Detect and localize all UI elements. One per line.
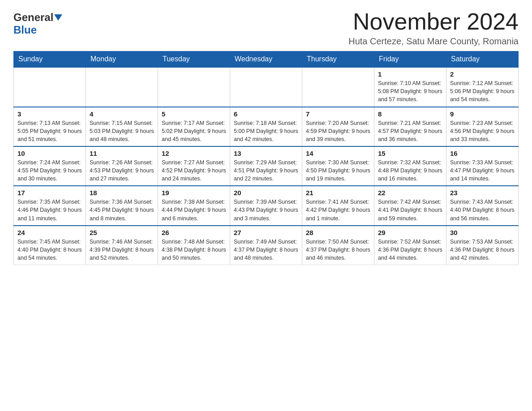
day-number: 2 — [450, 70, 515, 78]
calendar-header-monday: Monday — [86, 51, 158, 68]
day-info: Sunrise: 7:48 AM Sunset: 4:38 PM Dayligh… — [162, 238, 226, 262]
calendar-cell: 30Sunrise: 7:53 AM Sunset: 4:36 PM Dayli… — [446, 226, 519, 265]
calendar-week-row: 17Sunrise: 7:35 AM Sunset: 4:46 PM Dayli… — [14, 186, 519, 225]
calendar-header-row: SundayMondayTuesdayWednesdayThursdayFrid… — [14, 51, 519, 68]
calendar-header-tuesday: Tuesday — [158, 51, 230, 68]
day-number: 30 — [450, 229, 515, 236]
day-number: 17 — [17, 189, 82, 197]
calendar-cell: 15Sunrise: 7:32 AM Sunset: 4:48 PM Dayli… — [374, 146, 446, 186]
calendar-cell: 8Sunrise: 7:21 AM Sunset: 4:57 PM Daylig… — [374, 107, 446, 146]
day-info: Sunrise: 7:45 AM Sunset: 4:40 PM Dayligh… — [17, 238, 82, 262]
day-number: 24 — [17, 229, 82, 236]
day-number: 13 — [234, 150, 298, 157]
calendar-week-row: 1Sunrise: 7:10 AM Sunset: 5:08 PM Daylig… — [14, 67, 519, 107]
day-info: Sunrise: 7:23 AM Sunset: 4:56 PM Dayligh… — [450, 119, 515, 143]
day-number: 18 — [90, 189, 154, 197]
calendar-cell: 22Sunrise: 7:42 AM Sunset: 4:41 PM Dayli… — [374, 186, 446, 225]
calendar-cell: 25Sunrise: 7:46 AM Sunset: 4:39 PM Dayli… — [86, 226, 158, 265]
day-number: 9 — [450, 110, 515, 118]
calendar-week-row: 24Sunrise: 7:45 AM Sunset: 4:40 PM Dayli… — [14, 226, 519, 265]
day-number: 1 — [378, 70, 442, 78]
calendar-cell: 21Sunrise: 7:41 AM Sunset: 4:42 PM Dayli… — [302, 186, 374, 225]
calendar-week-row: 10Sunrise: 7:24 AM Sunset: 4:55 PM Dayli… — [14, 146, 519, 186]
calendar-cell: 29Sunrise: 7:52 AM Sunset: 4:36 PM Dayli… — [374, 226, 446, 265]
day-number: 29 — [378, 229, 442, 236]
calendar-cell: 6Sunrise: 7:18 AM Sunset: 5:00 PM Daylig… — [230, 107, 302, 146]
day-number: 23 — [450, 189, 515, 197]
calendar-cell — [302, 67, 374, 107]
calendar-header-friday: Friday — [374, 51, 446, 68]
day-info: Sunrise: 7:46 AM Sunset: 4:39 PM Dayligh… — [90, 238, 154, 262]
day-info: Sunrise: 7:43 AM Sunset: 4:40 PM Dayligh… — [450, 198, 515, 222]
day-number: 12 — [162, 150, 226, 157]
day-number: 25 — [90, 229, 154, 236]
day-info: Sunrise: 7:21 AM Sunset: 4:57 PM Dayligh… — [378, 119, 442, 143]
day-info: Sunrise: 7:35 AM Sunset: 4:46 PM Dayligh… — [17, 198, 82, 222]
calendar-week-row: 3Sunrise: 7:13 AM Sunset: 5:05 PM Daylig… — [14, 107, 519, 146]
day-number: 21 — [306, 189, 370, 197]
calendar-cell: 14Sunrise: 7:30 AM Sunset: 4:50 PM Dayli… — [302, 146, 374, 186]
calendar-cell — [158, 67, 230, 107]
day-info: Sunrise: 7:52 AM Sunset: 4:36 PM Dayligh… — [378, 238, 442, 262]
day-number: 22 — [378, 189, 442, 197]
day-info: Sunrise: 7:32 AM Sunset: 4:48 PM Dayligh… — [378, 158, 442, 183]
calendar-cell: 5Sunrise: 7:17 AM Sunset: 5:02 PM Daylig… — [158, 107, 230, 146]
day-info: Sunrise: 7:42 AM Sunset: 4:41 PM Dayligh… — [378, 198, 442, 222]
calendar-table: SundayMondayTuesdayWednesdayThursdayFrid… — [13, 51, 519, 265]
day-info: Sunrise: 7:26 AM Sunset: 4:53 PM Dayligh… — [90, 158, 154, 183]
calendar-cell: 7Sunrise: 7:20 AM Sunset: 4:59 PM Daylig… — [302, 107, 374, 146]
day-info: Sunrise: 7:38 AM Sunset: 4:44 PM Dayligh… — [162, 198, 226, 222]
day-info: Sunrise: 7:12 AM Sunset: 5:06 PM Dayligh… — [450, 79, 515, 103]
day-number: 20 — [234, 189, 298, 197]
calendar-cell: 27Sunrise: 7:49 AM Sunset: 4:37 PM Dayli… — [230, 226, 302, 265]
day-info: Sunrise: 7:53 AM Sunset: 4:36 PM Dayligh… — [450, 238, 515, 262]
day-info: Sunrise: 7:18 AM Sunset: 5:00 PM Dayligh… — [234, 119, 298, 143]
svg-marker-0 — [54, 14, 62, 21]
day-number: 16 — [450, 150, 515, 157]
day-number: 27 — [234, 229, 298, 236]
month-title: November 2024 — [348, 9, 519, 34]
calendar-cell: 1Sunrise: 7:10 AM Sunset: 5:08 PM Daylig… — [374, 67, 446, 107]
day-number: 5 — [162, 110, 226, 118]
day-number: 8 — [378, 110, 442, 118]
day-number: 28 — [306, 229, 370, 236]
day-number: 7 — [306, 110, 370, 118]
calendar-cell: 13Sunrise: 7:29 AM Sunset: 4:51 PM Dayli… — [230, 146, 302, 186]
calendar-cell: 3Sunrise: 7:13 AM Sunset: 5:05 PM Daylig… — [14, 107, 86, 146]
calendar-header-sunday: Sunday — [14, 51, 86, 68]
calendar-cell: 2Sunrise: 7:12 AM Sunset: 5:06 PM Daylig… — [446, 67, 519, 107]
day-info: Sunrise: 7:36 AM Sunset: 4:45 PM Dayligh… — [90, 198, 154, 222]
day-info: Sunrise: 7:50 AM Sunset: 4:37 PM Dayligh… — [306, 238, 370, 262]
calendar-cell: 17Sunrise: 7:35 AM Sunset: 4:46 PM Dayli… — [14, 186, 86, 225]
title-block: November 2024 Huta Certeze, Satu Mare Co… — [348, 9, 519, 47]
calendar-cell: 18Sunrise: 7:36 AM Sunset: 4:45 PM Dayli… — [86, 186, 158, 225]
logo: General Blue — [13, 9, 62, 36]
day-info: Sunrise: 7:29 AM Sunset: 4:51 PM Dayligh… — [234, 158, 298, 183]
day-info: Sunrise: 7:13 AM Sunset: 5:05 PM Dayligh… — [17, 119, 82, 143]
calendar-header-saturday: Saturday — [446, 51, 519, 68]
logo-blue-text: Blue — [13, 24, 37, 36]
day-info: Sunrise: 7:24 AM Sunset: 4:55 PM Dayligh… — [17, 158, 82, 183]
location: Huta Certeze, Satu Mare County, Romania — [348, 36, 519, 47]
day-number: 3 — [17, 110, 82, 118]
day-info: Sunrise: 7:41 AM Sunset: 4:42 PM Dayligh… — [306, 198, 370, 222]
calendar-cell — [230, 67, 302, 107]
day-info: Sunrise: 7:30 AM Sunset: 4:50 PM Dayligh… — [306, 158, 370, 183]
calendar-cell — [14, 67, 86, 107]
day-info: Sunrise: 7:20 AM Sunset: 4:59 PM Dayligh… — [306, 119, 370, 143]
day-info: Sunrise: 7:49 AM Sunset: 4:37 PM Dayligh… — [234, 238, 298, 262]
day-info: Sunrise: 7:27 AM Sunset: 4:52 PM Dayligh… — [162, 158, 226, 183]
calendar-cell: 4Sunrise: 7:15 AM Sunset: 5:03 PM Daylig… — [86, 107, 158, 146]
day-number: 19 — [162, 189, 226, 197]
day-info: Sunrise: 7:17 AM Sunset: 5:02 PM Dayligh… — [162, 119, 226, 143]
day-number: 11 — [90, 150, 154, 157]
day-info: Sunrise: 7:15 AM Sunset: 5:03 PM Dayligh… — [90, 119, 154, 143]
day-number: 15 — [378, 150, 442, 157]
day-number: 14 — [306, 150, 370, 157]
calendar-header-thursday: Thursday — [302, 51, 374, 68]
day-info: Sunrise: 7:39 AM Sunset: 4:43 PM Dayligh… — [234, 198, 298, 222]
day-info: Sunrise: 7:33 AM Sunset: 4:47 PM Dayligh… — [450, 158, 515, 183]
calendar-cell: 19Sunrise: 7:38 AM Sunset: 4:44 PM Dayli… — [158, 186, 230, 225]
calendar-cell: 23Sunrise: 7:43 AM Sunset: 4:40 PM Dayli… — [446, 186, 519, 225]
day-number: 10 — [17, 150, 82, 157]
